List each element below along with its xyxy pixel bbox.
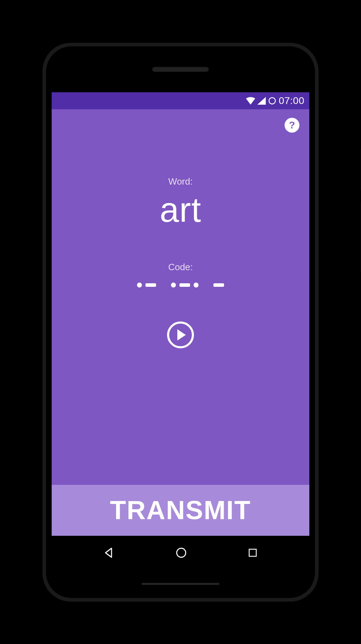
speaker-grill	[152, 67, 209, 72]
svg-rect-2	[249, 549, 256, 556]
play-icon	[177, 329, 186, 341]
wifi-icon	[246, 97, 255, 105]
word-label: Word:	[168, 176, 193, 187]
back-button[interactable]	[103, 547, 115, 559]
screen: 07:00 ? Word: art Code:	[52, 92, 309, 570]
code-label: Code:	[168, 262, 193, 273]
recent-apps-button[interactable]	[247, 547, 258, 558]
phone-top-bezel	[46, 46, 315, 92]
phone-inner: 07:00 ? Word: art Code:	[46, 46, 315, 598]
morse-letter	[213, 283, 224, 287]
play-button[interactable]	[167, 321, 194, 348]
status-bar: 07:00	[52, 92, 309, 109]
morse-dash	[213, 283, 224, 287]
help-icon: ?	[289, 120, 295, 131]
svg-point-1	[177, 548, 186, 557]
phone-frame: 07:00 ? Word: art Code:	[42, 43, 319, 602]
morse-code	[131, 283, 230, 288]
morse-dot	[194, 283, 199, 288]
morse-letter	[171, 283, 199, 288]
home-button[interactable]	[175, 547, 187, 559]
header-row: ?	[52, 109, 309, 135]
app-body: ? Word: art Code: TRANSMIT	[52, 109, 309, 536]
content-area: Word: art Code:	[52, 135, 309, 485]
help-button[interactable]: ?	[285, 118, 299, 133]
morse-dot	[137, 283, 142, 288]
morse-dot	[171, 283, 176, 288]
status-time: 07:00	[279, 95, 304, 106]
morse-letter	[137, 283, 156, 288]
transmit-button[interactable]: TRANSMIT	[52, 485, 309, 536]
status-ring-icon	[268, 97, 276, 105]
morse-dash	[145, 283, 156, 287]
phone-bottom-bezel	[46, 570, 315, 598]
bottom-speaker-slit	[142, 583, 219, 585]
morse-dash	[179, 283, 190, 287]
svg-point-0	[269, 98, 275, 104]
cellular-signal-icon	[257, 97, 266, 105]
transmit-label: TRANSMIT	[110, 495, 251, 525]
word-value: art	[160, 190, 201, 230]
nav-bar	[52, 536, 309, 570]
